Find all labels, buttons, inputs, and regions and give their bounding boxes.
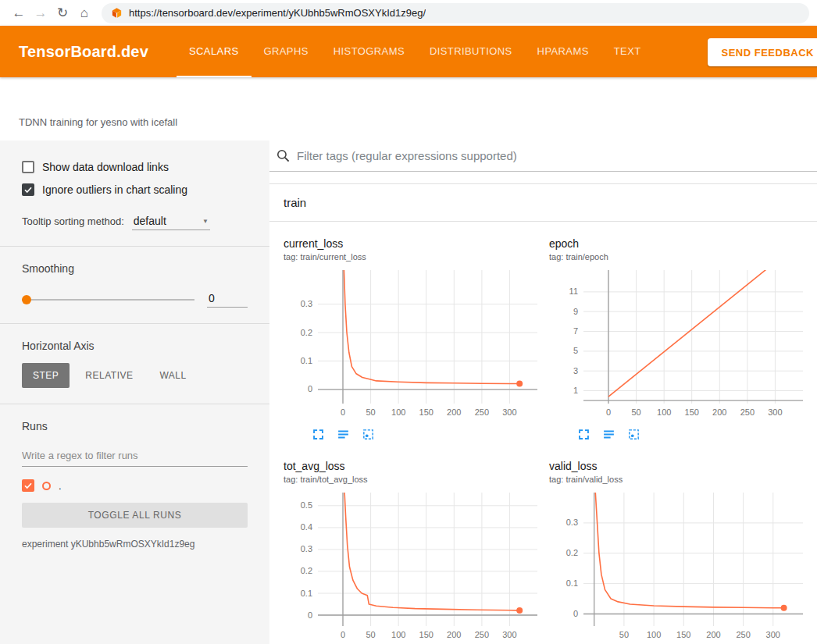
- divider: [0, 404, 269, 404]
- runs-filter-input[interactable]: [22, 445, 248, 467]
- chart-toolbar: [284, 427, 549, 441]
- reload-icon[interactable]: ↻: [52, 2, 73, 24]
- horizontal-axis-label: Horizontal Axis: [22, 340, 248, 352]
- svg-text:0.1: 0.1: [301, 356, 312, 365]
- svg-text:0: 0: [341, 630, 345, 639]
- run-color-icon: [42, 482, 51, 490]
- svg-text:0: 0: [573, 609, 578, 618]
- train-section-header[interactable]: train: [269, 184, 817, 222]
- svg-text:0.4: 0.4: [301, 522, 312, 532]
- chart-card-tot-avg-loss: tot_avg_loss tag: train/tot_avg_loss 050…: [284, 460, 549, 644]
- svg-text:250: 250: [475, 407, 489, 417]
- svg-text:9: 9: [573, 307, 578, 316]
- train-section: train current_loss tag: train/current_lo…: [269, 183, 817, 644]
- chart-toolbar: [549, 427, 815, 441]
- chart-title: valid_loss: [549, 460, 815, 472]
- svg-text:0.3: 0.3: [566, 518, 578, 527]
- tooltip-sorting-value: default: [134, 215, 166, 227]
- svg-text:50: 50: [619, 630, 629, 639]
- smoothing-label: Smoothing: [22, 262, 248, 275]
- chart-card-epoch: epoch tag: train/epoch 05010015020025030…: [549, 237, 815, 441]
- ignore-outliers-checkbox[interactable]: [22, 183, 34, 196]
- svg-text:11: 11: [569, 286, 578, 296]
- divider: [0, 246, 269, 247]
- axis-relative-button[interactable]: RELATIVE: [74, 363, 144, 388]
- send-feedback-button[interactable]: SEND FEEDBACK: [708, 38, 817, 66]
- smoothing-slider[interactable]: [22, 299, 194, 301]
- svg-text:50: 50: [366, 407, 375, 417]
- data-table-icon[interactable]: [602, 427, 616, 441]
- run-checkbox[interactable]: [22, 479, 34, 492]
- svg-text:0.5: 0.5: [301, 500, 312, 510]
- chevron-down-icon: ▼: [202, 218, 209, 225]
- horizontal-axis-group: STEP RELATIVE WALL: [22, 363, 248, 388]
- svg-text:0.2: 0.2: [301, 566, 312, 575]
- chart-title: tot_avg_loss: [284, 460, 549, 472]
- tab-hparams[interactable]: HPARAMS: [525, 26, 601, 77]
- show-download-links-row[interactable]: Show data download links: [22, 161, 248, 173]
- svg-text:150: 150: [676, 630, 690, 639]
- svg-text:0.1: 0.1: [566, 578, 578, 588]
- app-title: TensorBoard.dev: [0, 26, 148, 77]
- run-list-item[interactable]: .: [22, 479, 248, 492]
- ignore-outliers-label: Ignore outliers in chart scaling: [42, 183, 187, 196]
- experiment-description-bar: TDNN training for yesno with icefall: [0, 77, 817, 141]
- chart-tag: tag: train/valid_loss: [549, 475, 815, 484]
- divider: [0, 323, 269, 324]
- svg-text:50: 50: [631, 407, 640, 417]
- home-icon[interactable]: ⌂: [73, 2, 95, 24]
- svg-text:200: 200: [706, 630, 720, 639]
- tooltip-sorting-row: Tooltip sorting method: default ▼: [22, 213, 248, 230]
- svg-text:0.2: 0.2: [566, 548, 578, 557]
- tab-histograms[interactable]: HISTOGRAMS: [321, 26, 417, 77]
- svg-text:100: 100: [657, 407, 671, 417]
- axis-step-button[interactable]: STEP: [22, 363, 70, 388]
- svg-text:200: 200: [447, 630, 461, 639]
- line-chart[interactable]: 05010015020025030000.10.20.3: [284, 266, 541, 421]
- data-table-icon[interactable]: [337, 427, 351, 441]
- svg-text:0.1: 0.1: [301, 589, 312, 598]
- main-panel: train current_loss tag: train/current_lo…: [269, 141, 817, 644]
- line-chart[interactable]: 5010015020025030000.10.20.3: [549, 489, 807, 643]
- svg-text:150: 150: [685, 407, 699, 417]
- check-icon: [23, 185, 33, 194]
- tag-filter-input[interactable]: [297, 149, 808, 162]
- tab-distributions[interactable]: DISTRIBUTIONS: [417, 26, 525, 77]
- chart-tag: tag: train/current_loss: [284, 252, 549, 262]
- address-bar[interactable]: https://tensorboard.dev/experiment/yKUbh…: [102, 3, 809, 23]
- pin-chart-icon[interactable]: [627, 427, 641, 441]
- run-name: .: [59, 480, 62, 492]
- show-download-links-checkbox[interactable]: [22, 161, 34, 173]
- back-icon[interactable]: ←: [8, 2, 30, 24]
- content: Show data download links Ignore outliers…: [0, 141, 817, 644]
- experiment-description: TDNN training for yesno with icefall: [19, 116, 177, 128]
- svg-text:100: 100: [647, 630, 661, 639]
- axis-wall-button[interactable]: WALL: [148, 363, 197, 388]
- line-chart[interactable]: 0501001502002503001357911: [549, 266, 807, 421]
- smoothing-slider-thumb[interactable]: [22, 295, 31, 304]
- expand-chart-icon[interactable]: [577, 427, 591, 441]
- svg-text:100: 100: [391, 630, 405, 639]
- pin-chart-icon[interactable]: [362, 427, 376, 441]
- tab-graphs[interactable]: GRAPHS: [252, 26, 321, 77]
- top-nav: SCALARS GRAPHS HISTOGRAMS DISTRIBUTIONS …: [177, 26, 654, 77]
- ignore-outliers-row[interactable]: Ignore outliers in chart scaling: [22, 183, 248, 196]
- chart-card-current-loss: current_loss tag: train/current_loss 050…: [284, 237, 549, 441]
- svg-text:0: 0: [606, 407, 611, 417]
- expand-chart-icon[interactable]: [312, 427, 326, 441]
- line-chart[interactable]: 05010015020025030000.10.20.30.40.5: [284, 489, 541, 643]
- smoothing-value-field[interactable]: 0: [207, 292, 248, 308]
- svg-text:50: 50: [366, 630, 375, 639]
- charts-grid: current_loss tag: train/current_loss 050…: [269, 222, 817, 644]
- runs-label: Runs: [22, 420, 248, 432]
- tooltip-sorting-select[interactable]: default ▼: [132, 213, 210, 230]
- svg-text:250: 250: [736, 630, 750, 639]
- browser-chrome: ← → ↻ ⌂ https://tensorboard.dev/experime…: [0, 0, 817, 26]
- check-icon: [23, 481, 33, 490]
- tab-scalars[interactable]: SCALARS: [177, 26, 252, 77]
- svg-text:0.3: 0.3: [301, 544, 312, 553]
- forward-icon[interactable]: →: [30, 2, 52, 24]
- toggle-all-runs-button[interactable]: TOGGLE ALL RUNS: [22, 503, 248, 528]
- tab-text[interactable]: TEXT: [601, 26, 654, 77]
- svg-text:0: 0: [341, 407, 345, 417]
